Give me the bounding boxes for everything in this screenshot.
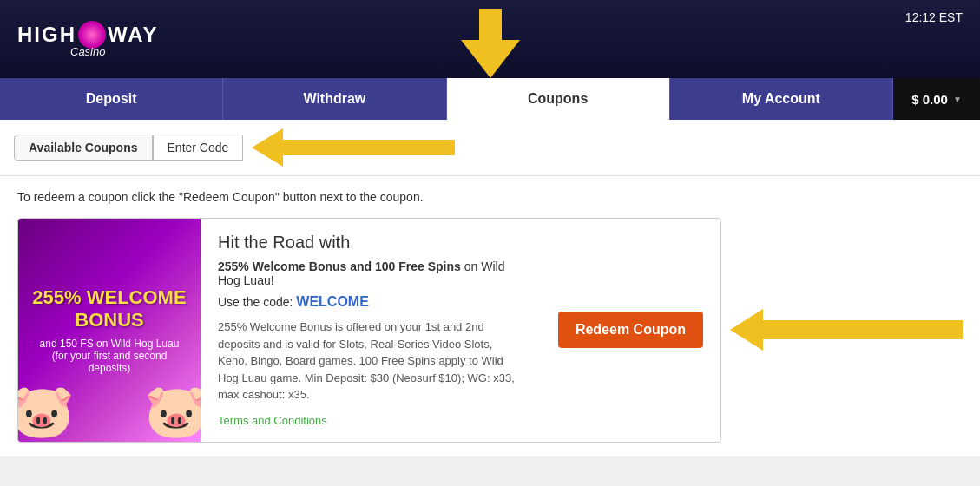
coupon-image-subtitle: and 150 FS on Wild Hog Luau(for your fir… [32,338,187,374]
redeem-area: Redeem Coupon [541,219,720,442]
nav-my-account[interactable]: My Account [670,78,893,120]
logo-area: HIGHWAY Casino [17,21,158,58]
coupon-code-line: Use the code: WELCOME [218,294,523,310]
coupon-description: 255% Welcome Bonus is offered on your 1s… [218,319,523,404]
nav-balance[interactable]: $ 0.00 ▼ [893,78,980,120]
arrow-left-point [252,128,283,167]
down-arrow [461,9,520,78]
nav-withdraw[interactable]: Withdraw [223,78,446,120]
logo-circle [78,21,106,49]
coupon-code-label: Use the code: [218,295,293,309]
arrow-left-stem [281,140,455,155]
redeem-arrow-stem [763,320,963,339]
coupon-image: 255% WELCOME BONUS and 150 FS on Wild Ho… [18,219,201,442]
arrow-point [461,40,520,78]
sub-tabs: Available Coupons Enter Code [0,120,980,176]
coupon-details: Hit the Road with 255% Welcome Bonus and… [201,219,541,442]
terms-link[interactable]: Terms and Conditions [218,414,327,427]
enter-code-arrow [252,128,455,167]
arrow-stem [479,9,502,40]
redeem-coupon-button[interactable]: Redeem Coupon [558,312,703,348]
coupon-row: 255% WELCOME BONUS and 150 FS on Wild Ho… [17,218,963,443]
coupon-card: 255% WELCOME BONUS and 150 FS on Wild Ho… [17,218,721,443]
tab-enter-code[interactable]: Enter Code [153,135,244,161]
tab-available-coupons[interactable]: Available Coupons [14,135,153,161]
coupon-title: Hit the Road with [218,233,523,253]
nav-deposit[interactable]: Deposit [0,78,223,120]
redeem-arrow [730,309,963,351]
instruction-text: To redeem a coupon click the "Redeem Cou… [17,190,963,204]
nav-bar: Deposit Withdraw Coupons My Account $ 0.… [0,78,980,120]
nav-coupons[interactable]: Coupons [447,78,670,120]
coupon-subtitle-bold: 255% Welcome Bonus and 100 Free Spins [218,259,461,273]
pig-right-icon: 🐷 [144,380,201,442]
pig-left-icon: 🐷 [18,380,75,442]
logo-casino: Casino [17,45,158,58]
main-content: To redeem a coupon click the "Redeem Cou… [0,176,980,456]
coupon-image-title: 255% WELCOME BONUS [32,286,187,332]
time-display: 12:12 EST [905,10,963,24]
coupon-code-value: WELCOME [296,294,369,309]
coupon-title-prefix: Hit the Road with [218,233,350,252]
logo: HIGHWAY Casino [17,21,158,58]
redeem-arrow-point [730,309,763,351]
logo-highway: HIGHWAY [17,21,158,49]
dropdown-arrow-icon: ▼ [953,95,962,104]
header: HIGHWAY Casino 12:12 EST [0,0,980,78]
coupon-subtitle: 255% Welcome Bonus and 100 Free Spins on… [218,259,523,287]
balance-value: $ 0.00 [911,92,948,107]
